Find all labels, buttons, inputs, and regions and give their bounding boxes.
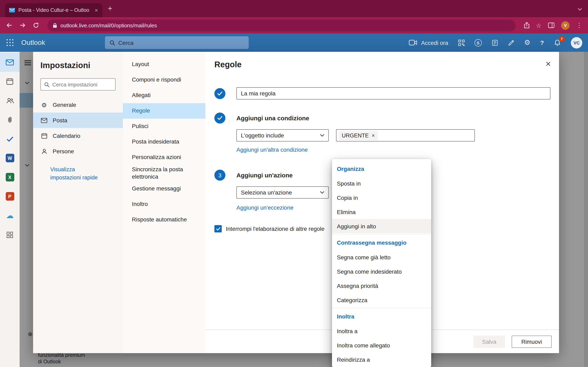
camera-icon <box>409 40 417 46</box>
section-regole[interactable]: Regole <box>123 103 205 119</box>
menu-item-categorizza[interactable]: Categorizza <box>332 293 431 307</box>
browser-tab[interactable]: Posta - Video Cultur-e – Outloo × <box>5 3 102 17</box>
section-inoltro[interactable]: Inoltro <box>123 197 205 212</box>
rail-attachments-icon[interactable] <box>0 110 20 129</box>
stop-processing-checkbox[interactable] <box>214 225 222 233</box>
menu-item-inoltra-allegato[interactable]: Inoltra come allegato <box>332 338 431 352</box>
rail-powerpoint-icon[interactable]: P <box>0 187 20 206</box>
settings-category-calendario[interactable]: Calendario <box>33 128 123 143</box>
rules-title: Regole <box>214 60 242 69</box>
app-launcher-icon[interactable] <box>6 39 14 47</box>
document-icon[interactable] <box>492 39 498 46</box>
rail-mail-icon[interactable] <box>0 53 20 72</box>
section-risposte-automatiche[interactable]: Risposte automatiche <box>123 212 205 227</box>
search-placeholder: Cerca <box>118 39 134 46</box>
qr-code-icon[interactable] <box>458 39 465 46</box>
category-label: Persone <box>53 148 74 155</box>
rail-onedrive-icon[interactable]: ☁ <box>0 206 20 225</box>
rail-calendar-icon[interactable] <box>0 72 20 91</box>
settings-modal: Impostazioni ⚙ Generale Posta <box>33 52 559 353</box>
step3-number: 3 <box>214 170 225 181</box>
rule-name-input[interactable] <box>236 87 550 100</box>
section-pulisci[interactable]: Pulisci <box>123 119 205 134</box>
section-posta-indesiderata[interactable]: Posta indesiderata <box>123 134 205 150</box>
section-personalizza-azioni[interactable]: Personalizza azioni <box>123 150 205 165</box>
calendar-icon <box>40 133 48 139</box>
screen: Posta - Video Cultur-e – Outloo × + outl… <box>0 0 588 367</box>
forward-button[interactable] <box>19 22 26 29</box>
menu-item-assegna-priorita[interactable]: Assegna priorità <box>332 278 431 293</box>
rail-more-apps-icon[interactable] <box>0 225 20 244</box>
section-gestione-messaggi[interactable]: Gestione messaggi <box>123 181 205 197</box>
action-select-value: Seleziona un'azione <box>241 189 317 196</box>
remove-button[interactable]: Rimuovi <box>512 335 552 348</box>
notifications-bell-icon[interactable]: 7 <box>554 39 561 46</box>
add-condition-link[interactable]: Aggiungi un'altra condizione <box>236 146 308 153</box>
save-button[interactable]: Salva <box>473 335 505 348</box>
rail-todo-icon[interactable] <box>0 129 20 149</box>
menu-item-elimina[interactable]: Elimina <box>332 205 431 219</box>
settings-search-input[interactable] <box>52 81 112 87</box>
header-actions: Accedi ora S ⚙ ? 7 VC <box>409 37 582 48</box>
outlook-logo[interactable]: Outlook <box>21 39 45 47</box>
condition-heading-row: Aggiungi una condizione <box>214 113 551 124</box>
window-chevron-icon[interactable] <box>577 5 582 13</box>
menu-item-sposta-in[interactable]: Sposta in <box>332 176 431 191</box>
section-layout[interactable]: Layout <box>123 57 205 72</box>
header-search-box[interactable]: Cerca <box>105 36 249 49</box>
settings-category-generale[interactable]: ⚙ Generale <box>33 97 123 113</box>
chevron-down-icon <box>320 191 325 194</box>
meet-now-signin-button[interactable]: Accedi ora <box>409 39 448 46</box>
menu-item-copia-in[interactable]: Copia in <box>332 191 431 205</box>
browser-profile-avatar[interactable]: V <box>561 21 570 30</box>
step2-check-icon <box>214 113 225 124</box>
address-bar[interactable]: outlook.live.com/mail/0/options/mail/rul… <box>47 19 516 31</box>
share-icon[interactable] <box>524 22 529 29</box>
menu-item-segna-indesiderato[interactable]: Segna come indesiderato <box>332 264 431 278</box>
tab-title: Posta - Video Cultur-e – Outloo <box>18 7 91 13</box>
menu-item-aggiungi-in-alto[interactable]: Aggiungi in alto <box>332 219 431 233</box>
add-exception-link[interactable]: Aggiungi un'eccezione <box>236 204 293 211</box>
browser-tab-strip: Posta - Video Cultur-e – Outloo × + <box>0 0 588 17</box>
condition-select[interactable]: L'oggetto include <box>236 129 329 142</box>
outlook-header: Outlook Cerca Accedi ora S <box>0 33 588 52</box>
tab-close-icon[interactable]: × <box>95 7 98 13</box>
condition-select-value: L'oggetto include <box>241 132 317 139</box>
category-label: Posta <box>53 117 67 124</box>
new-tab-button[interactable]: + <box>108 0 112 17</box>
account-avatar[interactable]: VC <box>571 37 582 48</box>
feedback-pen-icon[interactable] <box>508 39 514 46</box>
browser-menu-icon[interactable]: ⋮ <box>576 22 582 29</box>
section-componi[interactable]: Componi e rispondi <box>123 72 205 88</box>
menu-item-segna-letto[interactable]: Segna come già letto <box>332 250 431 264</box>
sign-in-label: Accedi ora <box>421 39 448 46</box>
help-icon[interactable]: ? <box>540 39 544 46</box>
section-allegati[interactable]: Allegati <box>123 88 205 103</box>
action-dropdown-menu: Organizza Sposta in Copia in Elimina Agg… <box>332 159 431 367</box>
condition-value-input[interactable]: URGENTE × <box>336 129 475 142</box>
rule-name-row <box>214 87 551 100</box>
menu-group-contrassegna: Contrassegna messaggio <box>332 235 431 250</box>
section-sincronizza[interactable]: Sincronizza la posta elettronica <box>123 165 205 181</box>
rail-people-icon[interactable] <box>0 91 20 110</box>
settings-category-persone[interactable]: Persone <box>33 143 123 159</box>
rail-word-icon[interactable]: W <box>0 149 20 167</box>
settings-gear-icon[interactable]: ⚙ <box>524 39 530 46</box>
side-panel-icon[interactable] <box>548 22 554 28</box>
category-label: Generale <box>53 101 76 108</box>
skype-icon[interactable]: S <box>474 39 482 46</box>
settings-search-box[interactable] <box>40 78 116 91</box>
settings-category-posta[interactable]: Posta <box>33 113 123 128</box>
rail-excel-icon[interactable]: X <box>0 167 20 187</box>
quick-settings-link[interactable]: Visualizza impostazioni rapide <box>50 166 103 182</box>
menu-group-inoltra: Inoltra <box>332 309 431 324</box>
back-button[interactable] <box>6 22 13 29</box>
condition-heading: Aggiungi una condizione <box>236 115 309 122</box>
close-icon[interactable]: × <box>545 60 551 68</box>
chip-close-icon[interactable]: × <box>372 133 375 138</box>
menu-item-inoltra-a[interactable]: Inoltra a <box>332 324 431 338</box>
reload-button[interactable] <box>33 22 39 29</box>
menu-item-reindirizza-a[interactable]: Reindirizza a <box>332 352 431 367</box>
action-select[interactable]: Seleziona un'azione <box>236 186 329 199</box>
bookmark-star-icon[interactable]: ☆ <box>536 22 541 28</box>
